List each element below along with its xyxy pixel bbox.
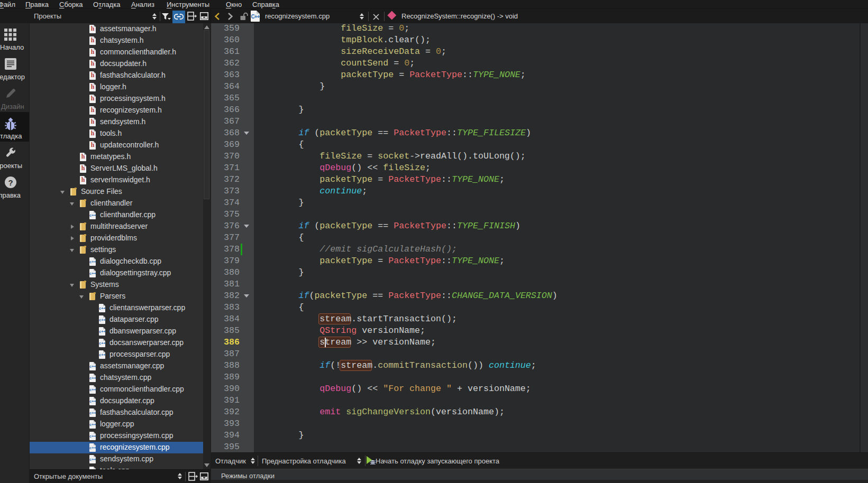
svg-text:?: ?	[8, 178, 13, 187]
